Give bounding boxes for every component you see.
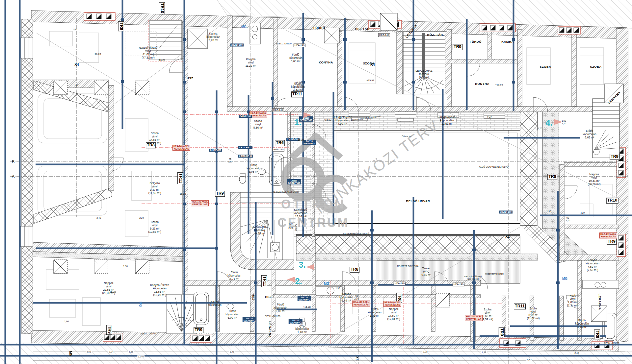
- mg-label: MG: [138, 302, 142, 307]
- dimension-text: 1,90: [64, 320, 69, 323]
- beam-tag: HEA-140: [273, 148, 284, 152]
- dimension-text: 90 2,10: [566, 217, 570, 222]
- tr-marker: TR9: [194, 327, 203, 333]
- level-mark: +16,28: [157, 59, 165, 62]
- mg-label: MG: [324, 282, 329, 286]
- dimension-text: 5,03: [86, 351, 92, 353]
- dimension-text: 1,90: [123, 265, 128, 268]
- room-label: Fürdő kőporcelán 3,68 m²: [289, 53, 303, 63]
- unit-arrow-icon: [306, 264, 314, 270]
- tr-marker: TR9: [610, 154, 619, 160]
- level-mark: +15,93: [324, 119, 331, 122]
- dimension-text: 1,90: [72, 28, 77, 31]
- pipe-tag: 2xUNP-100: [499, 210, 513, 213]
- dimension-text: 75 2,10: [228, 158, 232, 163]
- mg-label: MG: [562, 277, 567, 281]
- annotation-labels: Nappali-étkező vinyl 41,02 m² (47,31 m²)…: [0, 0, 632, 364]
- room-name-label: KONYHA: [319, 61, 333, 64]
- room-label: Közl. vinyl 1,88 m² (1,34 m²): [567, 294, 578, 307]
- note-label: X1 CSAPADÉKLEFOLYÓ: [273, 191, 299, 193]
- grid-label: B: [12, 159, 15, 164]
- tr-marker: TR11: [261, 275, 267, 287]
- unit-number: 4.: [545, 118, 553, 128]
- dimension-text: 90 2,10: [354, 295, 359, 301]
- note-label: SZELL.-DN100: [140, 332, 156, 335]
- dimension-text: 1,90: [73, 84, 78, 87]
- note-label: AJ-004: [295, 224, 297, 231]
- note-label: Dilatáció: [402, 135, 411, 138]
- level-mark: +16,28: [296, 139, 304, 142]
- room-name-label: HSZ: [251, 294, 255, 300]
- tr-marker: TR9: [594, 329, 600, 339]
- unit-number: 1.: [294, 117, 302, 128]
- grid-label: X2: [505, 234, 510, 239]
- room-name-label: KAMRA: [501, 40, 514, 43]
- floor-plan-sheet: OTTHON CENTRUM MUNKAKÖZI TERV Nappali-ét…: [0, 0, 632, 364]
- room-label: Konyha kőporcelán 4,59 m² (7,50 m²): [586, 258, 599, 272]
- note-label: ALSÓ CSAPADÉKLEFOLYÓ: [479, 166, 509, 168]
- steel-frame-tag: HEA-140 ACÉL KERETÁLLÁS: [250, 111, 267, 117]
- steel-frame-tag: HEA-140 ACÉL KERETÁLLÁS: [352, 301, 370, 306]
- unit-number: 3.: [299, 260, 306, 270]
- room-label: Dolgozó vinyl 9,37 m² (11,55 m²): [148, 182, 161, 195]
- room-label: Fürdő kőporcelán 2,89 m²: [274, 303, 287, 313]
- steel-frame-tag: HEA-140 ACÉL KERETÁLLÁS: [191, 200, 209, 206]
- room-label: Előtér kőporcelán 6,65 m²: [583, 129, 596, 139]
- steel-frame-tag: HEA-140 ACÉL KERETÁLLÁS: [172, 145, 190, 151]
- room-label: Fürdő kőporcelán 6,08 m²: [247, 163, 260, 173]
- tr-marker: TR11: [291, 91, 303, 97]
- dimension-text: 1,28: [422, 351, 428, 353]
- grid-label: X4: [74, 62, 79, 67]
- room-label: Konyha kőporcelán 5,49 m²: [339, 292, 353, 302]
- pipe-tag: 2xUNP-100: [230, 43, 244, 46]
- tr-marker: TR6: [275, 140, 285, 146]
- grid-label: X3: [355, 356, 359, 360]
- pipe-tag: DN110 SZENNYVÍZ: [287, 179, 301, 184]
- dimension-text: 1,90: [335, 287, 340, 290]
- unit-number: 2.: [295, 276, 302, 286]
- level-mark: +15,93: [366, 79, 374, 82]
- room-label: Nappali vinyl 17,80 m² (17,84 m²): [387, 307, 400, 321]
- room-name-label: HSZ: [187, 76, 193, 80]
- room-label: LÉPCSŐHÁZ mészkő 9,69 m²: [251, 225, 269, 235]
- note-label: SZELL.-DN100: [276, 42, 291, 45]
- tr-marker: TR9: [607, 239, 617, 245]
- dimension-text: 12,46: [137, 355, 145, 358]
- pipe-tag: DN110 SZENNYVÍZ: [243, 317, 256, 322]
- room-label: Nappali-étkező vinyl 41,02 m² (47,31 m²): [139, 46, 158, 59]
- beam-tag: HEA-140: [294, 44, 305, 47]
- steel-frame-tag: HEA-140 ACÉL KERETÁLLÁS: [465, 315, 483, 321]
- room-label: Szoba vinyl 8,86 m²: [253, 119, 263, 129]
- tr-marker: TR11: [177, 172, 183, 184]
- pipe-tag: 2xUNP-100: [209, 149, 222, 152]
- room-name-label: LÉGAKNA: [607, 90, 621, 105]
- room-label: Kamra kőporcelán 2,28 m²: [206, 32, 220, 42]
- pipe-tag: 2 RTG HF 11: [238, 155, 253, 158]
- tr-marker: TR8: [547, 174, 557, 180]
- room-name-label: BELSŐ UDVAR: [406, 199, 430, 203]
- pipe-tag: DN110 SZENNYVÍZ: [303, 140, 316, 145]
- note-label: Újonnan kiemelt függőfolyosó: [351, 115, 381, 122]
- steel-frame-tag: HEA-140 ACÉL KERETÁLLÁS: [383, 301, 401, 307]
- note-label: SZELL.-DN100: [265, 315, 280, 318]
- tr-marker: TR8: [350, 267, 359, 273]
- room-name-label: KÖZ. TÁR.: [427, 33, 444, 36]
- unit-arrow-icon: [554, 119, 562, 125]
- dimension-text: 2,70: [538, 127, 542, 130]
- note-label: X1 CSAPADÉKLEFOLYÓ: [343, 233, 369, 235]
- room-name-label: HSZ: [265, 295, 272, 299]
- room-name-label: SZOBA: [540, 65, 551, 68]
- note-label: SZELL.-DN100: [604, 342, 619, 345]
- room-label: Előtér kőporcelán 1,31 m²: [368, 307, 382, 317]
- room-label: Terasz WPC 9,55 m²: [422, 267, 431, 277]
- room-name-label: LÉGAKNA: [268, 321, 272, 338]
- note-label: REJTETT FOLYÓKA: [397, 265, 418, 268]
- room-label: Szoba vinyl 9,21 m² (10,86 m²): [148, 220, 161, 233]
- room-name-label: HSZ TÁR.: [355, 27, 370, 31]
- dimension-text: 1,58: [128, 351, 134, 353]
- room-label: Szoba vinyl 8,52 m² (11,62 m²): [527, 307, 540, 320]
- grid-label: M5: [69, 351, 73, 356]
- tr-marker: TR8: [146, 142, 156, 148]
- room-label: Kamra kőporcelán: [208, 300, 222, 306]
- dimension-text: 2,26: [288, 227, 293, 230]
